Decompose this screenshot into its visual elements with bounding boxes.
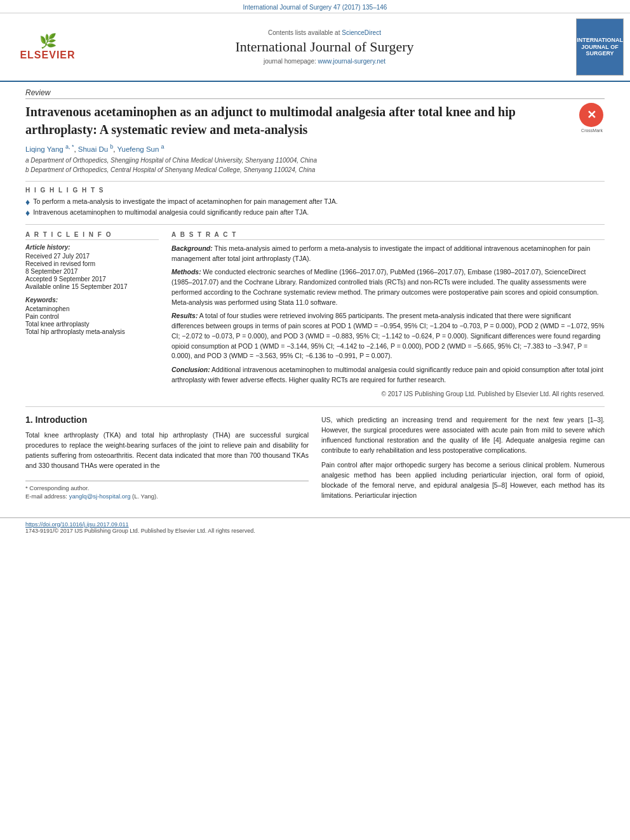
section-divider — [25, 406, 605, 407]
crossmark-badge: ✕ CrossMark — [579, 103, 605, 128]
intro-number: 1. — [25, 415, 33, 425]
footnote-corresponding: * Corresponding author. — [25, 484, 309, 491]
history-item-2: 8 September 2017 — [25, 268, 159, 275]
highlight-text-1: To perform a meta-analysis to investigat… — [33, 197, 338, 205]
journal-header: 🌿 ELSEVIER Contents lists available at S… — [0, 13, 630, 82]
highlight-item-1: ♦ To perform a meta-analysis to investig… — [25, 197, 605, 206]
affiliations: a Department of Orthopedics, Shengjing H… — [25, 156, 605, 175]
citation-text: International Journal of Surgery 47 (201… — [243, 4, 387, 11]
intro-para-3: Pain control after major orthopedic surg… — [321, 460, 605, 501]
history-item-4: Available online 15 September 2017 — [25, 283, 159, 290]
article-info-col: A R T I C L E I N F O Article history: R… — [25, 231, 159, 399]
keyword-1: Pain control — [25, 313, 159, 320]
cover-title-text: INTERNATIONAL JOURNAL OF SURGERY — [577, 37, 623, 57]
email-label: E-mail address: — [25, 493, 67, 500]
introduction-right: US, which predicting an increasing trend… — [321, 415, 605, 505]
sciencedirect-link[interactable]: ScienceDirect — [342, 29, 381, 36]
abstract-methods: Methods: We conducted electronic searche… — [171, 267, 605, 307]
intro-para-1: Total knee arthroplasty (TKA) and total … — [25, 430, 309, 471]
background-label: Background: — [171, 244, 213, 252]
history-item-3: Accepted 9 September 2017 — [25, 276, 159, 283]
article-history-block: Article history: Received 27 July 2017 R… — [25, 244, 159, 290]
abstract-conclusion: Conclusion: Additional intravenous aceta… — [171, 365, 605, 385]
bullet-icon-2: ♦ — [25, 208, 30, 217]
abstract-header: A B S T R A C T — [171, 231, 605, 240]
info-abstract-section: A R T I C L E I N F O Article history: R… — [25, 231, 605, 399]
abstract-content: Background: This meta-analysis aimed to … — [171, 244, 605, 399]
keyword-3: Total hip arthroplasty meta-analysis — [25, 328, 159, 335]
keyword-0: Acetaminophen — [25, 305, 159, 312]
highlights-section: H I G H L I G H T S ♦ To perform a meta-… — [25, 181, 605, 225]
highlight-item-2: ♦ Intravenous acetaminophen to multimoda… — [25, 208, 605, 217]
conclusion-label: Conclusion: — [171, 366, 210, 373]
footer-doi: https://doi.org/10.1016/j.ijsu.2017.09.0… — [25, 521, 605, 528]
abstract-col: A B S T R A C T Background: This meta-an… — [171, 231, 605, 399]
elsevier-logo-area: 🌿 ELSEVIER — [6, 33, 89, 61]
intro-para-2: US, which predicting an increasing trend… — [321, 415, 605, 456]
footnote-email: E-mail address: yanglq@sj-hospital.org (… — [25, 493, 309, 500]
journal-cover: INTERNATIONAL JOURNAL OF SURGERY — [576, 18, 624, 76]
keywords-block: Keywords: Acetaminophen Pain control Tot… — [25, 297, 159, 335]
footer-bar: https://doi.org/10.1016/j.ijsu.2017.09.0… — [0, 517, 630, 537]
journal-title: International Journal of Surgery — [89, 39, 560, 55]
sciencedirect-line: Contents lists available at ScienceDirec… — [89, 29, 560, 36]
author-yuefeng[interactable]: Yuefeng Sun — [117, 145, 159, 153]
affiliation-a: a Department of Orthopedics, Shengjing H… — [25, 156, 605, 165]
footer-issn: 1743-9191/© 2017 IJS Publishing Group Lt… — [25, 528, 605, 534]
results-text: A total of four studies were retrieved i… — [171, 312, 605, 359]
highlights-title: H I G H L I G H T S — [25, 187, 605, 194]
crossmark-icon: ✕ — [579, 103, 603, 127]
affiliation-b: b Department of Orthopedics, Central Hos… — [25, 165, 605, 175]
introduction-heading: 1. Introduction — [25, 415, 309, 425]
homepage-label: journal homepage: — [264, 58, 316, 65]
article-title: Intravenous acetaminophen as an adjunct … — [25, 103, 570, 138]
email-link[interactable]: yanglq@sj-hospital.org — [69, 493, 131, 500]
bullet-icon-1: ♦ — [25, 197, 30, 206]
article-title-row: Intravenous acetaminophen as an adjunct … — [25, 103, 605, 138]
citation-bar: International Journal of Surgery 47 (201… — [0, 0, 630, 13]
history-label: Article history: — [25, 244, 159, 251]
abstract-copyright: © 2017 IJS Publishing Group Ltd. Publish… — [171, 389, 605, 399]
review-label: Review — [25, 88, 605, 99]
introduction-section: 1. Introduction Total knee arthroplasty … — [25, 415, 605, 505]
history-item-0: Received 27 July 2017 — [25, 253, 159, 260]
elsevier-label: ELSEVIER — [20, 50, 75, 61]
author-liqing[interactable]: Liqing Yang — [25, 145, 64, 153]
results-label: Results: — [171, 312, 198, 319]
main-content: Review Intravenous acetaminophen as an a… — [0, 82, 630, 511]
author-shuai[interactable]: Shuai Du — [78, 145, 108, 153]
email-suffix: (L. Yang). — [132, 493, 158, 500]
abstract-results: Results: A total of four studies were re… — [171, 311, 605, 361]
keyword-2: Total knee arthroplasty — [25, 321, 159, 328]
keywords-label: Keywords: — [25, 297, 159, 303]
methods-text: We conducted electronic searches of Medl… — [171, 268, 599, 305]
footnote-bar: * Corresponding author. E-mail address: … — [25, 481, 309, 500]
introduction-left: 1. Introduction Total knee arthroplasty … — [25, 415, 309, 505]
background-text: This meta-analysis aimed to perform a me… — [171, 244, 590, 262]
conclusion-text: Additional intravenous acetaminophen to … — [171, 366, 603, 383]
sciencedirect-prefix: Contents lists available at — [268, 29, 340, 36]
journal-title-area: Contents lists available at ScienceDirec… — [89, 29, 560, 65]
highlight-text-2: Intravenous acetaminophen to multimodal … — [33, 208, 309, 216]
history-item-1: Received in revised form — [25, 260, 159, 267]
elsevier-tree-icon: 🌿 — [39, 33, 57, 50]
journal-homepage: journal homepage: www.journal-surgery.ne… — [89, 58, 560, 65]
abstract-background: Background: This meta-analysis aimed to … — [171, 244, 605, 264]
homepage-link[interactable]: www.journal-surgery.net — [318, 58, 386, 65]
intro-title: Introduction — [36, 415, 88, 425]
methods-label: Methods: — [171, 268, 201, 276]
authors-line: Liqing Yang a, *, Shuai Du b, Yuefeng Su… — [25, 143, 605, 153]
journal-cover-area: INTERNATIONAL JOURNAL OF SURGERY — [560, 18, 624, 76]
doi-link[interactable]: https://doi.org/10.1016/j.ijsu.2017.09.0… — [25, 521, 129, 528]
article-info-header: A R T I C L E I N F O — [25, 231, 159, 240]
